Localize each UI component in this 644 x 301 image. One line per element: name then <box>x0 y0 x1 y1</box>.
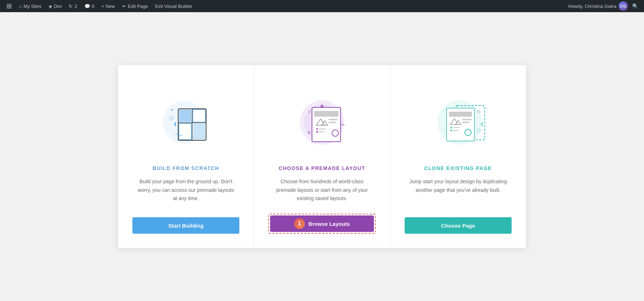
my-sites-label: My Sites <box>24 4 42 9</box>
start-building-button[interactable]: Start Building <box>132 217 239 234</box>
start-building-label: Start Building <box>169 223 204 229</box>
browse-layouts-wrapper: 1 Browse Layouts <box>268 214 375 234</box>
comments-count: 0 <box>92 4 94 9</box>
svg-point-16 <box>308 110 311 113</box>
svg-rect-42 <box>462 119 472 120</box>
clone-title: CLONE EXISTING PAGE <box>424 165 492 171</box>
user-greeting: Howdy, Christina Gwira <box>568 4 616 9</box>
exit-builder-item[interactable]: Exit Visual Builder <box>152 0 195 12</box>
svg-rect-43 <box>462 122 469 123</box>
svg-rect-26 <box>328 122 336 123</box>
premade-desc: Choose from hundreds of world-class prem… <box>272 178 372 203</box>
choose-page-button[interactable]: Choose Page <box>405 217 512 234</box>
new-item[interactable]: + New <box>99 0 118 12</box>
clone-desc: Jump start your layout design by duplica… <box>408 178 508 207</box>
divi-label: Divi <box>54 4 62 9</box>
edit-icon: ✏ <box>122 4 126 9</box>
svg-rect-11 <box>193 123 205 140</box>
clone-illustration <box>422 83 494 155</box>
updates-icon: ↻ <box>69 4 73 9</box>
comments-item[interactable]: 💬 0 <box>82 0 97 12</box>
my-sites-item[interactable]: ⌂ My Sites <box>16 0 44 12</box>
premade-title: CHOOSE A PREMADE LAYOUT <box>279 165 365 171</box>
comments-icon: 💬 <box>84 4 90 9</box>
wp-logo-item[interactable]: ⊞ <box>4 0 15 12</box>
browse-layouts-label: Browse Layouts <box>308 221 350 227</box>
exit-builder-label: Exit Visual Builder <box>155 4 192 9</box>
svg-rect-30 <box>319 131 324 132</box>
new-label: + New <box>102 4 115 9</box>
updates-count: 2 <box>74 4 77 9</box>
svg-rect-10 <box>179 110 191 122</box>
card-scratch: BUILD FROM SCRATCH Build your page from … <box>118 65 254 248</box>
sites-icon: ⌂ <box>19 4 22 9</box>
svg-rect-27 <box>316 128 318 130</box>
edit-page-item[interactable]: ✏ Edit Page <box>119 0 151 12</box>
svg-point-1 <box>171 109 173 111</box>
search-icon[interactable]: 🔍 <box>630 2 640 10</box>
premade-btn-area: 1 Browse Layouts <box>268 214 375 234</box>
clone-btn-area: Choose Page <box>405 217 512 234</box>
scratch-illustration <box>150 83 222 155</box>
avatar: CG <box>619 1 628 11</box>
svg-rect-25 <box>328 119 338 120</box>
edit-page-label: Edit Page <box>128 4 148 9</box>
divi-item[interactable]: ◈ Divi <box>46 0 65 12</box>
page-content: BUILD FROM SCRATCH Build your page from … <box>0 12 644 301</box>
scratch-btn-area: Start Building <box>132 217 239 234</box>
svg-rect-45 <box>453 127 460 128</box>
admin-bar-right: Howdy, Christina Gwira CG 🔍 <box>568 1 640 11</box>
svg-rect-46 <box>450 130 452 131</box>
premade-illustration <box>286 83 358 155</box>
scratch-desc: Build your page from the ground up. Don'… <box>136 178 236 207</box>
wp-icon: ⊞ <box>6 2 12 10</box>
svg-rect-39 <box>449 112 472 117</box>
card-clone: CLONE EXISTING PAGE Jump start your layo… <box>390 65 526 248</box>
svg-rect-22 <box>314 111 338 117</box>
svg-rect-20 <box>308 131 310 134</box>
svg-rect-47 <box>453 130 458 131</box>
svg-rect-44 <box>450 127 452 128</box>
browse-badge: 1 <box>294 218 305 229</box>
browse-layouts-button[interactable]: 1 Browse Layouts <box>270 215 374 232</box>
scratch-title: BUILD FROM SCRATCH <box>153 165 219 171</box>
svg-point-34 <box>477 110 480 113</box>
admin-bar: ⊞ ⌂ My Sites ◈ Divi ↻ 2 💬 0 + New ✏ Edit… <box>0 0 644 12</box>
svg-rect-29 <box>316 131 318 133</box>
updates-item[interactable]: ↻ 2 <box>66 0 80 12</box>
divi-icon: ◈ <box>49 4 52 9</box>
choose-page-label: Choose Page <box>441 223 475 229</box>
card-premade: CHOOSE A PREMADE LAYOUT Choose from hund… <box>254 65 390 248</box>
svg-rect-28 <box>319 128 326 130</box>
cards-container: BUILD FROM SCRATCH Build your page from … <box>118 65 526 248</box>
